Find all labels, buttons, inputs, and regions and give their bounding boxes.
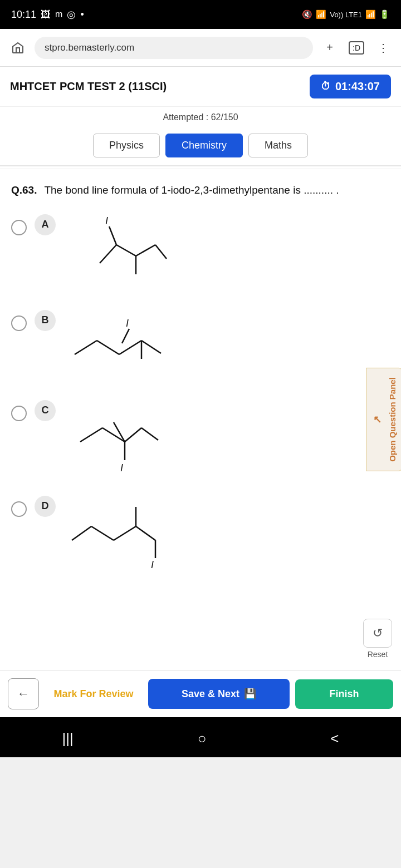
messenger-icon: m	[55, 9, 62, 19]
browser-menu-button[interactable]: ⋮	[373, 38, 393, 58]
save-next-button[interactable]: Save & Next 💾	[148, 679, 290, 709]
svg-line-22	[91, 526, 114, 540]
svg-line-17	[141, 428, 158, 440]
tab-chemistry[interactable]: Chemistry	[165, 134, 243, 157]
option-b-svg: I	[63, 310, 186, 382]
attempted-count: Attempted : 62/150	[0, 112, 401, 122]
finish-button[interactable]: Finish	[295, 679, 393, 709]
svg-line-1	[109, 226, 116, 245]
instagram-icon: ◎	[67, 8, 76, 21]
battery-icon: 🔋	[379, 9, 390, 19]
option-row-d[interactable]: D I	[11, 496, 390, 574]
app-header: MHTCET PCM TEST 2 (11SCI) ⏱ 01:43:07	[0, 67, 401, 107]
android-nav: ||| ○ <	[0, 717, 401, 757]
tab-maths[interactable]: Maths	[248, 134, 308, 157]
mark-for-review-button[interactable]: Mark For Review	[45, 679, 143, 709]
reset-button[interactable]: ↺	[363, 619, 392, 648]
wifi-icon: 📶	[316, 9, 326, 19]
reset-container: ↺ Reset	[363, 619, 392, 659]
svg-text:I: I	[120, 462, 123, 474]
option-row-a[interactable]: A I	[11, 214, 390, 292]
url-bar[interactable]	[35, 37, 313, 59]
save-next-label: Save & Next	[182, 688, 239, 700]
android-home-button[interactable]: ○	[198, 730, 207, 747]
svg-text:I: I	[151, 559, 154, 570]
option-figure-a: I	[63, 214, 390, 292]
image-icon: 🖼	[41, 9, 51, 21]
svg-line-7	[75, 341, 97, 354]
browser-home-button[interactable]	[8, 38, 28, 58]
dot-icon: •	[80, 9, 84, 21]
browser-add-button[interactable]: +	[320, 38, 340, 58]
option-a-svg: I	[63, 214, 175, 292]
mute-icon: 🔇	[302, 9, 312, 19]
question-number: Q.63.	[11, 184, 37, 196]
option-radio-b[interactable]	[11, 315, 27, 331]
save-icon: 💾	[244, 688, 256, 700]
svg-line-2	[100, 245, 116, 263]
option-label-b: B	[35, 310, 56, 331]
question-body: The bond line formula of 1-iodo-2,3-dime…	[44, 184, 339, 196]
lte-label: Vo)) LTE1	[330, 11, 362, 19]
option-figure-d: I	[63, 496, 390, 574]
browser-d-button[interactable]: :D	[346, 38, 366, 58]
svg-line-5	[136, 245, 155, 256]
question-text: Q.63. The bond line formula of 1-iodo-2,…	[11, 183, 390, 199]
option-c-svg: I	[63, 400, 186, 478]
option-figure-c: I	[63, 400, 390, 478]
android-recent-button[interactable]: |||	[62, 730, 73, 747]
svg-line-23	[114, 526, 136, 540]
svg-line-25	[136, 526, 155, 540]
timer-display: 01:43:07	[335, 80, 380, 93]
reset-label: Reset	[368, 650, 388, 659]
option-radio-a[interactable]	[11, 220, 27, 235]
option-figure-b: I	[63, 310, 390, 382]
status-bar: 10:11 🖼 m ◎ • 🔇 📶 Vo)) LTE1 📶 🔋	[0, 0, 401, 29]
option-label-d: D	[35, 496, 56, 517]
tab-physics[interactable]: Physics	[93, 134, 160, 157]
svg-line-16	[125, 428, 141, 442]
option-d-svg: I	[63, 496, 186, 574]
bottom-navigation: ← Mark For Review Save & Next 💾 Finish	[0, 670, 401, 717]
svg-line-14	[80, 428, 102, 442]
option-label-a: A	[35, 214, 56, 235]
open-question-panel-button[interactable]: ↗ Open Question Panel	[366, 368, 401, 471]
time-display: 10:11	[11, 9, 36, 21]
progress-section: Attempted : 62/150 Physics Chemistry Mat…	[0, 107, 401, 169]
svg-text:I: I	[126, 318, 129, 329]
svg-text:I: I	[105, 215, 108, 226]
svg-line-21	[72, 526, 91, 540]
app-title: MHTCET PCM TEST 2 (11SCI)	[10, 80, 167, 93]
option-row-c[interactable]: C I	[11, 400, 390, 478]
timer-icon: ⏱	[321, 81, 331, 92]
svg-line-8	[97, 341, 119, 354]
svg-line-10	[122, 329, 129, 343]
subject-tabs: Physics Chemistry Maths	[0, 128, 401, 166]
svg-line-3	[116, 245, 136, 256]
svg-line-6	[155, 245, 167, 259]
browser-bar: + :D ⋮	[0, 29, 401, 67]
svg-line-13	[141, 341, 161, 353]
question-card: ↗ Open Question Panel Q.63. The bond lin…	[0, 169, 401, 670]
android-back-button[interactable]: <	[330, 730, 339, 747]
option-row-b[interactable]: B I	[11, 310, 390, 382]
signal-icon: 📶	[365, 9, 376, 19]
option-radio-c[interactable]	[11, 406, 27, 421]
option-radio-d[interactable]	[11, 501, 27, 517]
timer-badge: ⏱ 01:43:07	[310, 75, 391, 98]
status-bar-right: 🔇 📶 Vo)) LTE1 📶 🔋	[302, 9, 390, 19]
option-label-c: C	[35, 400, 56, 421]
status-bar-left: 10:11 🖼 m ◎ •	[11, 8, 84, 21]
back-button[interactable]: ←	[8, 678, 39, 709]
